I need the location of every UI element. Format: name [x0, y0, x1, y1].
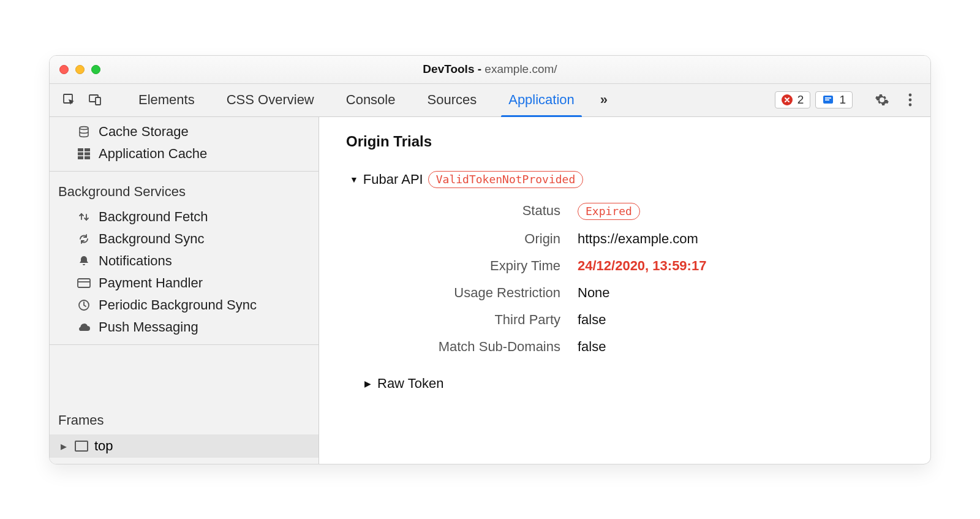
raw-token-row[interactable]: ▶ Raw Token [364, 376, 903, 392]
disclosure-triangle-icon: ▼ [350, 175, 358, 184]
sidebar-group-background-services: Background Services Background Fetch [50, 172, 318, 344]
svg-point-9 [80, 126, 88, 129]
detail-val-status: Expired [578, 203, 903, 220]
section-heading-origin-trials: Origin Trials [346, 133, 903, 150]
window-title: DevTools - example.com/ [50, 63, 930, 76]
sidebar-group-frames: Frames ▶ top [50, 400, 318, 464]
issue-icon [822, 94, 834, 106]
svg-rect-10 [78, 148, 83, 151]
bell-icon [77, 255, 91, 267]
sidebar-item-frame-top[interactable]: ▶ top [50, 434, 318, 458]
sidebar-separator [50, 344, 318, 345]
disclosure-triangle-icon: ▶ [364, 379, 371, 388]
sidebar-item-label: Background Fetch [99, 209, 208, 225]
sidebar-item-background-fetch[interactable]: Background Fetch [50, 206, 318, 228]
sidebar-item-payment-handler[interactable]: Payment Handler [50, 272, 318, 294]
origin-trial-row[interactable]: ▼ Fubar API ValidTokenNotProvided [346, 171, 903, 188]
raw-token-label: Raw Token [377, 376, 443, 392]
sidebar-item-push-messaging[interactable]: Push Messaging [50, 316, 318, 338]
detail-key-usage-restriction: Usage Restriction [364, 285, 560, 301]
frame-icon [75, 441, 88, 452]
sidebar-item-label: Notifications [99, 253, 172, 269]
errors-count: 2 [797, 93, 804, 107]
svg-point-6 [909, 94, 912, 97]
sidebar-item-label: Background Sync [99, 231, 204, 247]
sidebar-item-label: Cache Storage [99, 124, 189, 140]
tab-elements[interactable]: Elements [123, 84, 211, 116]
console-errors-indicator[interactable]: 2 [775, 91, 811, 108]
svg-point-7 [909, 99, 912, 102]
svg-rect-13 [85, 152, 90, 155]
window-titlebar: DevTools - example.com/ [50, 56, 930, 84]
issues-count: 1 [839, 93, 846, 107]
detail-key-status: Status [364, 203, 560, 220]
tab-css-overview[interactable]: CSS Overview [211, 84, 330, 116]
grid-icon [77, 148, 91, 159]
origin-trial-name: Fubar API [363, 172, 423, 188]
origin-trial-details: Status Expired Origin https://example.co… [364, 203, 903, 355]
sidebar-item-label: Periodic Background Sync [99, 297, 257, 313]
application-main-panel: Origin Trials ▼ Fubar API ValidTokenNotP… [319, 117, 930, 464]
detail-key-third-party: Third Party [364, 312, 560, 328]
detail-val-origin: https://example.com [578, 231, 903, 247]
detail-val-third-party: false [578, 312, 903, 328]
device-toolbar-button[interactable] [83, 89, 107, 111]
window-zoom-button[interactable] [91, 65, 100, 74]
error-icon [782, 94, 793, 105]
devtools-toolbar: Elements CSS Overview Console Sources Ap… [50, 84, 930, 117]
sidebar-item-label: Push Messaging [99, 319, 198, 335]
sidebar-item-label: Payment Handler [99, 275, 203, 291]
window-minimize-button[interactable] [75, 65, 85, 74]
fetch-icon [77, 211, 91, 223]
svg-rect-2 [96, 97, 100, 105]
clock-icon [77, 299, 91, 311]
svg-rect-12 [78, 152, 83, 155]
panel-body: Cache Storage Application Cache [50, 117, 930, 464]
detail-key-expiry: Expiry Time [364, 258, 560, 274]
inspect-element-button[interactable] [57, 89, 81, 111]
application-sidebar: Cache Storage Application Cache [50, 117, 319, 464]
tab-application[interactable]: Application [492, 84, 590, 116]
sidebar-group-cache: Cache Storage Application Cache [50, 117, 318, 171]
window-controls [59, 65, 100, 74]
tab-sources[interactable]: Sources [411, 84, 492, 116]
devtools-window: DevTools - example.com/ [49, 55, 931, 464]
origin-trial-status-badge: ValidTokenNotProvided [428, 171, 584, 188]
window-title-url: example.com/ [484, 63, 557, 75]
settings-button[interactable] [870, 88, 894, 112]
status-badge: Expired [578, 203, 640, 220]
panel-tabs: Elements CSS Overview Console Sources Ap… [123, 84, 590, 116]
sidebar-item-notifications[interactable]: Notifications [50, 250, 318, 272]
more-tabs-button[interactable]: » [590, 84, 617, 116]
svg-rect-14 [78, 156, 83, 159]
sync-icon [77, 233, 91, 245]
sidebar-item-background-sync[interactable]: Background Sync [50, 228, 318, 250]
detail-val-match-subdomains: false [578, 339, 903, 355]
svg-rect-15 [85, 156, 90, 159]
svg-rect-5 [825, 99, 829, 100]
card-icon [77, 278, 91, 288]
window-title-app: DevTools - [423, 63, 484, 75]
sidebar-item-label: Application Cache [99, 146, 207, 162]
disclosure-triangle-icon: ▶ [61, 441, 67, 450]
sidebar-heading-background-services: Background Services [50, 175, 318, 206]
detail-val-usage-restriction: None [578, 285, 903, 301]
svg-rect-4 [825, 97, 831, 99]
svg-rect-11 [85, 148, 90, 151]
detail-key-origin: Origin [364, 231, 560, 247]
cloud-icon [77, 322, 91, 332]
detail-key-match-subdomains: Match Sub-Domains [364, 339, 560, 355]
tab-console[interactable]: Console [330, 84, 412, 116]
sidebar-item-cache-storage[interactable]: Cache Storage [50, 121, 318, 143]
svg-point-8 [909, 104, 912, 107]
sidebar-item-application-cache[interactable]: Application Cache [50, 143, 318, 165]
issues-indicator[interactable]: 1 [815, 91, 853, 108]
sidebar-heading-frames: Frames [50, 404, 318, 434]
detail-val-expiry: 24/12/2020, 13:59:17 [578, 258, 903, 274]
sidebar-item-periodic-background-sync[interactable]: Periodic Background Sync [50, 294, 318, 316]
database-icon [77, 126, 91, 138]
window-close-button[interactable] [59, 65, 69, 74]
more-options-button[interactable] [899, 88, 922, 112]
frame-label: top [94, 438, 113, 454]
svg-rect-16 [78, 279, 90, 287]
